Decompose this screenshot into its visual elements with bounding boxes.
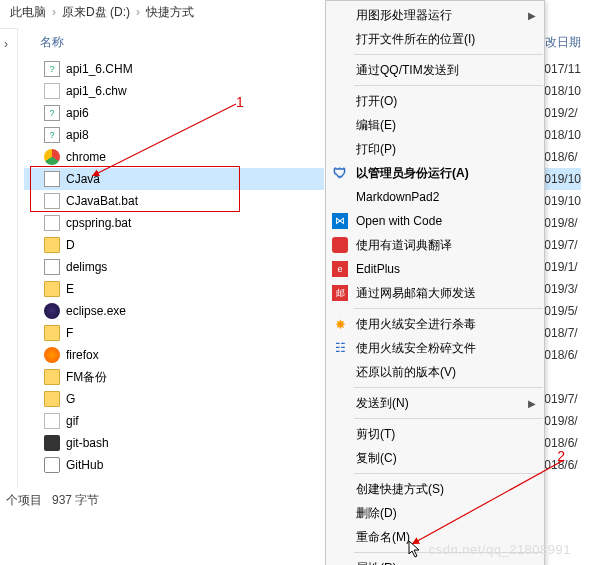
file-row[interactable]: cpspring.bat: [24, 212, 324, 234]
exe-icon: [44, 259, 60, 275]
file-date: 019/7/: [544, 388, 581, 410]
file-name: GitHub: [66, 458, 103, 472]
menu-run-admin[interactable]: 🛡以管理员身份运行(A): [326, 161, 544, 185]
file-row[interactable]: E: [24, 278, 324, 300]
editplus-icon: e: [332, 261, 348, 277]
mail-icon: 邮: [332, 285, 348, 301]
menu-editplus[interactable]: eEditPlus: [326, 257, 544, 281]
menu-create-shortcut[interactable]: 创建快捷方式(S): [326, 477, 544, 501]
menu-send-qq[interactable]: 通过QQ/TIM发送到: [326, 58, 544, 82]
menu-edit[interactable]: 编辑(E): [326, 113, 544, 137]
menu-properties[interactable]: 属性(R): [326, 556, 544, 565]
chevron-right-icon: ›: [4, 37, 8, 51]
file-row[interactable]: F: [24, 322, 324, 344]
watermark: csdn.net/qq_21808991: [429, 542, 571, 557]
firefox-icon: [44, 347, 60, 363]
menu-youdao[interactable]: 使用有道词典翻译: [326, 233, 544, 257]
file-name: CJava: [66, 172, 100, 186]
bat-icon: [44, 193, 60, 209]
github-icon: [44, 457, 60, 473]
file-date: 019/10: [544, 168, 581, 190]
file-row[interactable]: firefox: [24, 344, 324, 366]
breadcrumb-drive[interactable]: 原来D盘 (D:): [62, 4, 130, 21]
menu-huorong-shred[interactable]: ☷使用火绒安全粉碎文件: [326, 336, 544, 360]
file-row[interactable]: CJavaBat.bat: [24, 190, 324, 212]
file-row[interactable]: FM备份: [24, 366, 324, 388]
chm-icon: ?: [44, 61, 60, 77]
file-name: G: [66, 392, 75, 406]
annotation-label-1: 1: [236, 94, 244, 110]
context-menu: 用图形处理器运行▶ 打开文件所在的位置(I) 通过QQ/TIM发送到 打开(O)…: [325, 0, 545, 565]
menu-print[interactable]: 打印(P): [326, 137, 544, 161]
menu-copy[interactable]: 复制(C): [326, 446, 544, 470]
menu-open-location[interactable]: 打开文件所在的位置(I): [326, 27, 544, 51]
bat-icon: [44, 215, 60, 231]
file-name: FM备份: [66, 369, 107, 386]
file-name: firefox: [66, 348, 99, 362]
file-row[interactable]: eclipse.exe: [24, 300, 324, 322]
menu-cut[interactable]: 剪切(T): [326, 422, 544, 446]
menu-separator: [354, 54, 543, 55]
menu-separator: [354, 85, 543, 86]
file-name: D: [66, 238, 75, 252]
file-name: api1_6.chw: [66, 84, 127, 98]
menu-restore-version[interactable]: 还原以前的版本(V): [326, 360, 544, 384]
chevron-right-icon: ▶: [528, 10, 536, 21]
file-row[interactable]: api1_6.chw: [24, 80, 324, 102]
column-header-name[interactable]: 名称: [40, 34, 64, 51]
huorong-icon: ✸: [332, 316, 348, 332]
file-date: 018/10: [544, 80, 581, 102]
file-row[interactable]: GitHub: [24, 454, 324, 476]
file-row[interactable]: delimgs: [24, 256, 324, 278]
chevron-right-icon: ▶: [528, 398, 536, 409]
file-date: 018/6/: [544, 344, 581, 366]
folder-icon: [44, 281, 60, 297]
file-date: 019/2/: [544, 102, 581, 124]
menu-open[interactable]: 打开(O): [326, 89, 544, 113]
exe-icon: [44, 171, 60, 187]
chevron-right-icon: ›: [136, 5, 140, 19]
file-date: 018/6/: [544, 146, 581, 168]
menu-run-gpu[interactable]: 用图形处理器运行▶: [326, 3, 544, 27]
menu-separator: [354, 418, 543, 419]
file-date: 019/7/: [544, 234, 581, 256]
breadcrumb-folder[interactable]: 快捷方式: [146, 4, 194, 21]
file-row[interactable]: ?api6: [24, 102, 324, 124]
eclipse-icon: [44, 303, 60, 319]
git-icon: [44, 435, 60, 451]
menu-netease-mail[interactable]: 邮通过网易邮箱大师发送: [326, 281, 544, 305]
file-date: 019/5/: [544, 300, 581, 322]
menu-delete[interactable]: 删除(D): [326, 501, 544, 525]
file-date: 017/11: [544, 58, 581, 80]
status-size: 937 字节: [52, 492, 99, 509]
file-date: 018/7/: [544, 322, 581, 344]
file-name: eclipse.exe: [66, 304, 126, 318]
breadcrumb-root[interactable]: 此电脑: [10, 4, 46, 21]
file-row[interactable]: git-bash: [24, 432, 324, 454]
file-name: E: [66, 282, 74, 296]
menu-huorong-scan[interactable]: ✸使用火绒安全进行杀毒: [326, 312, 544, 336]
file-icon: [44, 83, 60, 99]
menu-open-with-code[interactable]: ⋈Open with Code: [326, 209, 544, 233]
annotation-label-2: 2: [557, 448, 565, 464]
column-header-date[interactable]: 改日期: [545, 34, 581, 51]
folder-icon: [44, 237, 60, 253]
file-name: api1_6.CHM: [66, 62, 133, 76]
menu-separator: [354, 387, 543, 388]
file-row[interactable]: chrome: [24, 146, 324, 168]
shred-icon: ☷: [332, 340, 348, 356]
file-name: git-bash: [66, 436, 109, 450]
file-row[interactable]: ?api8: [24, 124, 324, 146]
breadcrumb[interactable]: 此电脑 › 原来D盘 (D:) › 快捷方式: [10, 0, 194, 24]
nav-pane[interactable]: ›: [0, 28, 18, 488]
file-row[interactable]: G: [24, 388, 324, 410]
file-row[interactable]: ?api1_6.CHM: [24, 58, 324, 80]
file-name: chrome: [66, 150, 106, 164]
file-name: CJavaBat.bat: [66, 194, 138, 208]
file-row[interactable]: gif: [24, 410, 324, 432]
file-row[interactable]: CJava: [24, 168, 324, 190]
file-row[interactable]: D: [24, 234, 324, 256]
menu-send-to[interactable]: 发送到(N)▶: [326, 391, 544, 415]
menu-markdownpad[interactable]: MarkdownPad2: [326, 185, 544, 209]
file-list[interactable]: ?api1_6.CHMapi1_6.chw?api6?api8chromeCJa…: [24, 58, 324, 476]
